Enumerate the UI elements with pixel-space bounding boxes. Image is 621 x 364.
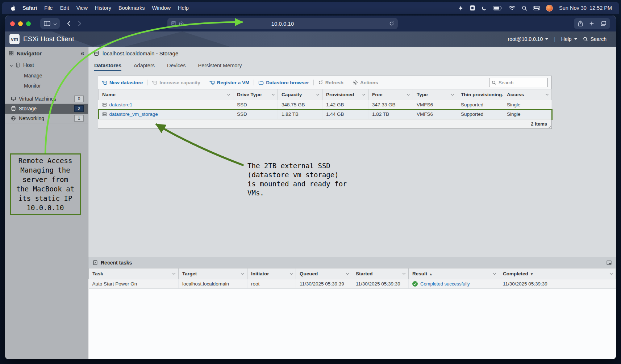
column-header-provisioned[interactable]: Provisioned [322, 89, 368, 100]
menubar-item-window[interactable]: Window [149, 5, 175, 11]
column-header-target[interactable]: Target [179, 268, 247, 279]
tab-datastores[interactable]: Datastores [94, 63, 121, 71]
column-header-type[interactable]: Type [413, 89, 457, 100]
new-datastore-button[interactable]: New datastore [102, 80, 143, 85]
menubar-item-help[interactable]: Help [174, 5, 192, 11]
remote-access-annotation-text: Remote Access Managing the server from t… [13, 156, 78, 212]
sidebar-item-monitor[interactable]: Monitor [5, 81, 88, 91]
reload-icon[interactable] [389, 21, 394, 26]
spotlight-search-icon[interactable] [522, 5, 527, 11]
chevron-down-icon[interactable] [346, 271, 349, 274]
sidebar-item-manage[interactable]: Manage [5, 71, 88, 81]
user-avatar-icon[interactable] [546, 5, 553, 12]
networking-count-badge: 1 [74, 115, 84, 122]
datastore-row-highlighted[interactable]: datastore_vm_storage SSD 1.82 TB 1.44 GB… [99, 110, 552, 119]
battery-icon[interactable] [493, 6, 503, 10]
header-search[interactable]: Search [583, 36, 607, 42]
column-header-access[interactable]: Access [503, 89, 552, 100]
column-header-started[interactable]: Started [352, 268, 409, 279]
url-text[interactable]: 10.0.0.10 [167, 21, 398, 27]
column-header-task[interactable]: Task [89, 268, 179, 279]
app-badge-icon[interactable] [470, 5, 475, 11]
chevron-down-icon[interactable] [10, 64, 13, 67]
datastore-name-link[interactable]: datastore_vm_storage [109, 111, 158, 117]
wifi-icon[interactable] [509, 5, 516, 10]
chevron-down-icon[interactable] [54, 22, 57, 25]
chevron-down-icon[interactable] [610, 271, 613, 274]
close-window-button[interactable] [10, 21, 15, 26]
menubar-app-name[interactable]: Safari [19, 5, 41, 11]
column-header-initiator[interactable]: Initiator [247, 268, 296, 279]
datastore-browser-button[interactable]: Datastore browser [258, 80, 309, 85]
column-header-capacity[interactable]: Capacity [278, 89, 322, 100]
sidebar-item-storage[interactable]: Storage 2 [5, 104, 88, 114]
column-header-free[interactable]: Free [368, 89, 413, 100]
chevron-down-icon[interactable] [403, 271, 405, 274]
zoom-window-button[interactable] [26, 21, 31, 26]
task-row[interactable]: Auto Start Power On localhost.localdomai… [89, 279, 616, 289]
column-header-queued[interactable]: Queued [296, 268, 352, 279]
tab-persistent-memory[interactable]: Persistent Memory [198, 63, 242, 71]
sidebar-toggle-group[interactable] [40, 18, 60, 29]
chevron-down-icon[interactable] [241, 271, 244, 274]
task-result-link[interactable]: Completed successfully [420, 281, 470, 287]
collapse-sidebar-button[interactable]: « [80, 49, 84, 57]
tab-devices[interactable]: Devices [167, 63, 186, 71]
resize-grip[interactable] [547, 124, 551, 128]
chevron-down-icon[interactable] [316, 92, 319, 95]
share-icon[interactable] [578, 20, 583, 27]
tab-adapters[interactable]: Adapters [134, 63, 155, 71]
chevron-down-icon[interactable] [272, 92, 275, 95]
apple-menu-icon[interactable] [11, 5, 16, 11]
chevron-down-icon[interactable] [493, 271, 496, 274]
menubar-item-bookmarks[interactable]: Bookmarks [115, 5, 149, 11]
datastore-icon [102, 102, 107, 107]
user-menu[interactable]: root@10.0.0.10 [508, 36, 548, 42]
menubar-item-edit[interactable]: Edit [57, 5, 73, 11]
column-header-completed[interactable]: Completed▼ [499, 268, 616, 279]
forward-button[interactable] [78, 21, 82, 26]
sidebar-item-networking[interactable]: Networking 1 [5, 114, 88, 123]
increase-capacity-button[interactable]: Increase capacity [152, 80, 200, 85]
chevron-down-icon[interactable] [362, 92, 365, 95]
browser-actions-group [574, 18, 610, 29]
chevron-down-icon[interactable] [546, 92, 549, 95]
column-header-thin-provisioning[interactable]: Thin provisioning.. [457, 89, 503, 100]
datastore-search-input[interactable] [499, 80, 542, 85]
control-center-icon[interactable] [533, 6, 540, 10]
datastore-name-link[interactable]: datastore1 [109, 102, 133, 107]
sidebar-item-host[interactable]: Host [5, 60, 88, 71]
new-tab-icon[interactable] [589, 21, 594, 26]
refresh-button[interactable]: Refresh [318, 80, 343, 85]
moon-icon[interactable] [482, 5, 487, 11]
page-format-icon[interactable] [171, 21, 176, 26]
column-header-drive-type[interactable]: Drive Type [233, 89, 278, 100]
chevron-down-icon[interactable] [172, 271, 175, 274]
menubar-clock[interactable]: Sun Nov 30 12:52 PM [559, 5, 614, 11]
register-vm-button[interactable]: Register a VM [209, 80, 249, 85]
minimize-window-button[interactable] [18, 21, 23, 26]
address-bar[interactable]: 10.0.0.10 [167, 18, 398, 29]
tab-overview-icon[interactable] [600, 21, 607, 26]
sidebar-item-virtual-machines[interactable]: Virtual Machines 0 [5, 94, 88, 104]
datastore-search-box[interactable] [489, 78, 548, 87]
chevron-down-icon[interactable] [451, 92, 454, 95]
sparkle-icon[interactable] [458, 5, 463, 11]
back-button[interactable] [67, 21, 71, 26]
column-header-name[interactable]: Name [99, 89, 233, 100]
chevron-down-icon[interactable] [407, 92, 410, 95]
help-menu[interactable]: Help [561, 36, 577, 42]
datastore-row[interactable]: datastore1 SSD 348.75 GB 1.42 GB 347.33 … [99, 100, 552, 110]
chevron-down-icon[interactable] [290, 271, 293, 274]
actions-button[interactable]: Actions [353, 80, 378, 85]
menubar-item-file[interactable]: File [41, 5, 56, 11]
pop-out-panel-icon[interactable] [607, 261, 612, 265]
storage-count-badge: 2 [74, 105, 84, 112]
tasks-table: Task Target Initiator Queued Started Res… [88, 268, 616, 289]
sidebar-toggle-icon[interactable] [44, 21, 50, 26]
chevron-down-icon[interactable] [227, 92, 230, 95]
menubar-item-history[interactable]: History [91, 5, 115, 11]
menubar-item-view[interactable]: View [73, 5, 91, 11]
column-header-result[interactable]: Result▲ [409, 268, 499, 279]
circle-plus-icon[interactable] [179, 21, 184, 26]
